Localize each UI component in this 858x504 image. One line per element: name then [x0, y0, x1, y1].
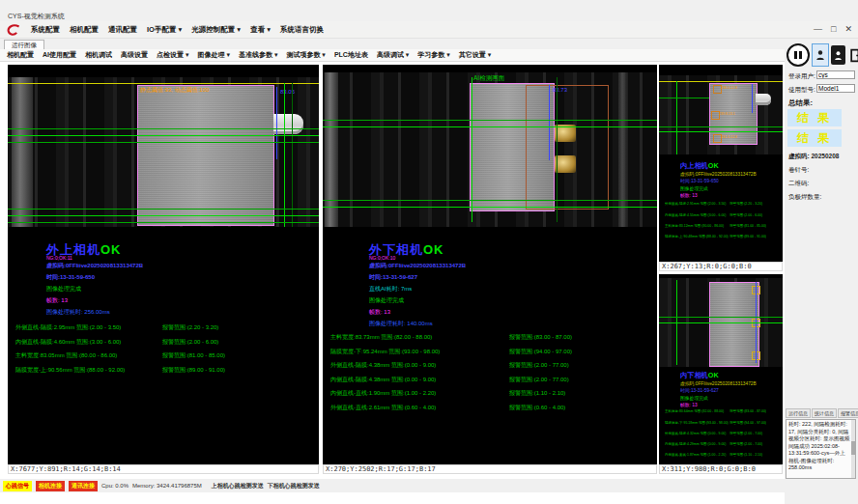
coordinate-bar: X:7677;Y:891;R:14;G:14;B:14: [8, 464, 319, 474]
measurement-rows: 外侧直线-隔膜:2.95mm 范围:(2.00 - 3.50)报警范围:(2.2…: [15, 323, 315, 379]
barcode-text: 虚拟码:0FFIiive2025020813313472B: [46, 262, 143, 270]
toolbar-camera-debug[interactable]: 相机调试: [85, 50, 112, 60]
alarm-range: 报警范围:(2.00 - 77.00): [509, 361, 569, 370]
measurement-value: 主料宽度:83.73mm 范围:(82.00 - 88.00): [330, 333, 432, 342]
measurement-value: 外侧直线-隔膜:4.38mm 范围:(0.00 - 9.00): [330, 361, 436, 370]
alarm-range: 报警范围:(2.20 - 3.20): [162, 323, 218, 332]
exit-button[interactable]: [847, 45, 858, 66]
overlay-blue-line: [549, 85, 550, 160]
info-tab-run[interactable]: 运行信息: [786, 408, 811, 418]
alarm-range: 报警范围:(83.00 - 87.00): [509, 333, 572, 342]
alarm-range: 报警范围:(94.00 - 97.00): [509, 348, 572, 356]
overlay-green-hline: [8, 215, 319, 216]
toolbar-image-processing[interactable]: 图像处理 ▾: [197, 50, 229, 60]
toolbar-plc-table[interactable]: PLC地址表: [334, 50, 368, 60]
toolbar-advanced-debug[interactable]: 高级调试 ▾: [377, 50, 409, 60]
menu-item-system-config[interactable]: 系统配置: [31, 25, 60, 35]
measurement-row: 外侧直线-隔膜:2.91mm 范围:(2.00 - 3.50)报警范围:(2.2…: [665, 202, 783, 212]
measurement-row: 内侧直线-直线:1.90mm 范围:(1.00 - 2.20)报警范围:(1.1…: [330, 389, 653, 404]
alarm-range: 报警范围:(2.00 - 6.00): [729, 212, 762, 217]
measurement-row: 内侧直线-隔膜:4.55mm 范围:(3.00 - 6.00)报警范围:(2.0…: [665, 212, 783, 223]
status-text: 图像处理完成: [369, 296, 404, 305]
login-user-input[interactable]: [816, 70, 855, 79]
user-icon: [815, 48, 825, 62]
minimize-button[interactable]: —: [814, 24, 822, 34]
overlay-green-vline: [676, 81, 677, 154]
overlay-green-hline: [8, 128, 319, 129]
info-tabs: 运行信息 统计信息 报警信息: [786, 408, 858, 418]
overlay-blue-line: [752, 84, 753, 113]
camera-title: 内下相机: [680, 372, 708, 379]
toolbar-ai-usage[interactable]: AI使用配置: [43, 50, 76, 60]
menu-item-camera-config[interactable]: 相机配置: [70, 25, 99, 35]
alarm-range: 报警范围:(83.00 - 87.00): [729, 409, 766, 414]
overlay-green-hline: [8, 222, 319, 223]
toolbar-test-params[interactable]: 测试项参数 ▾: [286, 50, 325, 60]
machine-bright-band: [618, 72, 628, 227]
overlay-yellow-line: [8, 83, 319, 84]
elapsed-text: 图像处理耗时: 256.00ms: [46, 308, 110, 317]
info-tab-alarm[interactable]: 报警信息: [838, 408, 858, 418]
toolbar-spot-check[interactable]: 点检设置 ▾: [157, 50, 188, 60]
measurement-value: 隔膜宽度-上:90.56mm 范围:(88.00 - 92.00): [15, 366, 125, 375]
menu-item-io-config[interactable]: IO手配置 ▾: [147, 25, 182, 35]
toolbar-other-settings[interactable]: 其它设置 ▾: [459, 50, 491, 60]
toolbar-advanced-settings[interactable]: 高级设置: [121, 50, 148, 60]
measurement-value: 隔膜宽度-上:90.48mm 范围:(88.00 - 92.00): [665, 234, 729, 238]
measurement-value: 外侧直线-隔膜:2.95mm 范围:(2.00 - 3.50): [15, 323, 121, 332]
ok-badge: OK: [708, 372, 719, 379]
result-box-2: 结 果: [787, 129, 842, 147]
model-input[interactable]: [816, 84, 855, 93]
scrollbar-thumb[interactable]: [851, 441, 855, 455]
sidebar-buttons: [786, 43, 858, 67]
coordinate-bar: X:311;Y:980;R:0;G:0;B:0: [659, 464, 783, 474]
pause-button[interactable]: [786, 43, 810, 67]
alarm-range: 报警范围:(1.10 - 2.10): [729, 452, 762, 457]
measurement-value: 内侧直线-隔膜:4.60mm 范围:(3.00 - 6.00): [15, 338, 121, 347]
toolbar-baseline-params[interactable]: 基准线参数 ▾: [239, 50, 277, 60]
machine-bright-band: [325, 72, 338, 227]
operator-button[interactable]: [831, 45, 845, 65]
total-result-label: 总结果:: [788, 98, 813, 108]
connector-part: [756, 94, 771, 105]
measurement-row: 主料宽度:83.64mm 范围:(82.00 - 88.00)报警范围:(83.…: [665, 409, 783, 420]
measurement-row: 外侧直线-直线:2.61mm 范围:(0.60 - 4.00)报警范围:(0.6…: [330, 404, 653, 418]
frame-count: 帧数: 13: [680, 402, 783, 408]
toolbar-learning-params[interactable]: 学习参数 ▾: [417, 50, 449, 60]
overlay-green-hline: [323, 207, 657, 208]
ng-ok-counter: NG:0;OK:10: [369, 255, 395, 261]
menu-item-comm-config[interactable]: 通讯配置: [108, 25, 137, 35]
barcode-text: 虚拟码:0FFIiive2025020813313472B: [369, 262, 466, 270]
measurement-row: 内侧直线-隔膜:4.29mm 范围:(0.00 - 9.00)报警范围:(2.0…: [665, 441, 783, 452]
maximize-button[interactable]: □: [831, 24, 836, 34]
alarm-range: 报警范围:(2.20 - 3.20): [729, 202, 762, 207]
operator-icon: [834, 49, 843, 62]
overlay-green-hline: [8, 209, 319, 210]
menu-item-view[interactable]: 查看 ▾: [250, 25, 271, 35]
info-tab-stats[interactable]: 统计信息: [812, 408, 837, 418]
roi-label: 231.0,12.8: [721, 135, 737, 139]
toolbar-camera-config[interactable]: 相机配置: [7, 50, 34, 60]
measurement-row: 主料宽度:83.73mm 范围:(82.00 - 88.00)报警范围:(83.…: [330, 333, 653, 348]
measurement-row: 主料宽度:83.12mm 范围:(80.00 - 86.00)报警范围:(81.…: [665, 223, 783, 234]
status-text: 图像处理完成: [680, 395, 783, 402]
user-button[interactable]: [812, 43, 829, 67]
tool-bar: 相机配置 AI使用配置 相机调试 高级设置 点检设置 ▾ 图像处理 ▾ 基准线参…: [0, 49, 785, 62]
close-button[interactable]: ✕: [844, 24, 852, 34]
info-scrollbar[interactable]: [851, 420, 855, 478]
overlay-green-hline: [659, 98, 709, 98]
overlay-green-vline: [284, 83, 285, 227]
measurement-row: 内侧直线-直线:1.87mm 范围:(1.00 - 2.20)报警范围:(1.1…: [665, 452, 783, 462]
qr-code-label: 二维码:: [788, 180, 809, 188]
weld-count-label: 负极焊数量:: [788, 193, 821, 202]
camera-result-title: 内下相机OK: [680, 371, 783, 380]
overlay-green-hline: [659, 317, 783, 318]
alarm-range: 报警范围:(81.00 - 85.00): [729, 223, 766, 228]
menu-item-language-switch[interactable]: 系统语言切换: [280, 25, 324, 35]
status-bar: 心跳信号 相机连接 通讯连接 Cpu: 0.0% Memory: 3424.41…: [0, 479, 858, 492]
menu-item-light-config[interactable]: 光源控制配置 ▾: [191, 25, 241, 35]
overlay-green-hline: [659, 322, 783, 323]
measurement-value: 主料宽度:83.05mm 范围:(80.00 - 86.00): [15, 351, 117, 360]
status-text: 图像处理完成: [46, 285, 81, 294]
connector-part: [273, 114, 303, 134]
